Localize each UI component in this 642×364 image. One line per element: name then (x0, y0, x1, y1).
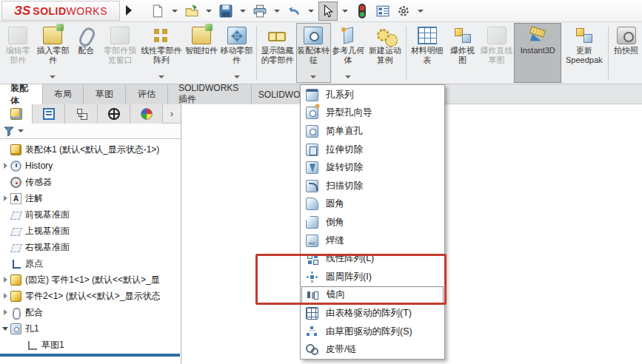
update-speedpak-button[interactable]: 更新 Speedpak (561, 23, 606, 83)
tree-item-top-plane[interactable]: 上视基准面 (0, 223, 181, 239)
new-motion-study-button[interactable]: 新建运动算例 (366, 23, 405, 83)
insert-component-button[interactable]: 插入零部件 (35, 23, 71, 83)
tree-item-part2[interactable]: 零件2<1> (默认<<默认>_显示状态 (0, 288, 181, 304)
configurationmanager-tab[interactable] (65, 104, 98, 124)
collapse-arrow[interactable] (0, 327, 10, 331)
displaymanager-tab[interactable] (130, 104, 163, 124)
tree-item-mates[interactable]: 配合 (0, 304, 181, 320)
tree-item-right-plane[interactable]: 右视基准面 (0, 239, 181, 255)
select-dropdown-arrow[interactable] (342, 10, 348, 13)
menu-item-swept-cut[interactable]: 扫描切除 (301, 177, 444, 195)
menu-item-fillet[interactable]: 圆角 (301, 195, 444, 214)
linear-pattern-dropdown-arrow[interactable] (158, 75, 164, 78)
menu-item-extruded-cut[interactable]: 拉伸切除 (301, 141, 444, 159)
expand-arrow[interactable] (0, 277, 10, 283)
smart-fasteners-button[interactable]: 智能扣件 (184, 23, 218, 83)
filter-dropdown-arrow[interactable] (18, 129, 24, 132)
featuremanager-tree-icon (10, 108, 22, 120)
panel-tab-strip: › (0, 104, 181, 124)
undo-dropdown-arrow[interactable] (308, 10, 314, 13)
menu-item-weld-bead[interactable]: 焊缝 (301, 232, 444, 250)
menu-item-simple-hole[interactable]: 简单直孔 (301, 122, 444, 141)
part-icon (10, 291, 21, 302)
solidworks-logo: ЗS SOLIDWORKS (1, 1, 120, 21)
options-dropdown-arrow[interactable] (418, 10, 424, 13)
component-preview-icon (110, 27, 130, 44)
tab-solidworks-addins[interactable]: SOLIDWORKS 插件 (168, 84, 252, 104)
tree-item-sketch1[interactable]: 草图1 (0, 337, 181, 353)
tree-item-annotations[interactable]: A 注解 (0, 190, 181, 206)
expand-arrow[interactable] (0, 293, 10, 299)
undo-icon (287, 4, 301, 18)
expand-arrow[interactable] (0, 195, 10, 201)
new-dropdown-arrow[interactable] (172, 10, 178, 13)
logo-mark: ЗS (14, 4, 30, 18)
origin-icon (10, 258, 21, 269)
featuremanager-tab[interactable] (0, 104, 33, 124)
move-component-dropdown-arrow[interactable] (234, 75, 240, 78)
tree-item-origin[interactable]: 原点 (0, 255, 181, 272)
menu-item-hole-series[interactable]: 孔系列 (301, 86, 444, 104)
rollback-bar[interactable] (0, 354, 180, 357)
plane-icon (10, 226, 21, 237)
hole-wizard-icon (306, 107, 318, 119)
new-document-button[interactable] (148, 1, 167, 21)
expand-arrow[interactable] (0, 309, 10, 315)
tab-layout[interactable]: 布局 (43, 84, 84, 104)
options-button[interactable] (394, 1, 413, 21)
annotations-icon: A (10, 193, 21, 204)
take-snapshot-button[interactable]: 拍快照 (610, 23, 642, 83)
move-component-button[interactable]: 移动零部件 (218, 23, 255, 83)
undo-button[interactable] (284, 1, 304, 21)
tree-item-hole1[interactable]: 孔1 (0, 320, 181, 337)
insert-component-dropdown-arrow[interactable] (50, 75, 56, 78)
expand-panel-chevron[interactable]: › (163, 104, 181, 123)
save-dropdown-arrow[interactable] (240, 10, 246, 13)
menu-item-hole-wizard[interactable]: 异型孔向导 (301, 104, 444, 123)
tab-assembly[interactable]: 装配体 (0, 84, 43, 104)
select-button[interactable] (318, 1, 338, 21)
menu-item-belt-chain[interactable]: 皮带/链 (301, 340, 444, 359)
mate-button[interactable]: 配合 (71, 23, 101, 83)
reference-geometry-button[interactable]: 参考几何体 (331, 23, 366, 83)
menu-item-table-driven-pattern[interactable]: 由表格驱动的阵列(T) (301, 304, 444, 323)
print-button[interactable] (250, 1, 270, 21)
assembly-features-button[interactable]: 装配体特征 (296, 23, 331, 83)
instant3d-button[interactable]: Instant3D (514, 23, 561, 83)
solidworks-window: ЗS SOLIDWORKS (0, 0, 642, 364)
bill-of-materials-button[interactable]: 材料明细表 (408, 23, 446, 83)
task-pane-button[interactable] (373, 1, 392, 21)
assembly-icon (10, 144, 21, 155)
tree-item-front-plane[interactable]: 前视基准面 (0, 206, 181, 223)
tab-sketch[interactable]: 草图 (84, 84, 126, 104)
swept-cut-icon (306, 180, 318, 192)
assembly-features-dropdown-arrow[interactable] (310, 75, 316, 78)
menu-item-chamfer[interactable]: 倒角 (301, 213, 444, 232)
tree-item-part1[interactable]: (固定) 零件1<1> (默认<<默认>_显 (0, 272, 181, 288)
edit-component-icon (8, 27, 27, 44)
tree-item-history[interactable]: History (0, 158, 181, 174)
linear-component-pattern-button[interactable]: 线性零部件阵列 (139, 23, 184, 83)
expand-arrow[interactable] (0, 163, 10, 169)
configurationmanager-icon (76, 108, 87, 120)
tree-filter-row[interactable] (0, 124, 181, 139)
ribbon-separator (608, 26, 609, 80)
new-motion-study-icon (375, 27, 395, 44)
open-button[interactable] (182, 1, 201, 21)
save-button[interactable] (216, 1, 235, 21)
open-dropdown-arrow[interactable] (206, 10, 212, 13)
extruded-cut-icon (306, 144, 318, 156)
tree-item-assembly-root[interactable]: 装配体1 (默认<默认_显示状态-1>) (0, 141, 181, 158)
menu-item-revolved-cut[interactable]: 旋转切除 (301, 158, 444, 177)
menu-flyout-arrow-icon[interactable] (126, 5, 132, 16)
menu-item-sketch-driven-pattern[interactable]: 由草图驱动的阵列(S) (301, 323, 444, 341)
exploded-view-button[interactable]: 爆炸视图 (446, 23, 479, 83)
tab-evaluate[interactable]: 评估 (126, 84, 168, 104)
print-dropdown-arrow[interactable] (274, 10, 280, 13)
propertymanager-tab[interactable] (33, 104, 65, 124)
dimxpert-tab[interactable] (98, 104, 130, 124)
reference-geometry-dropdown-arrow[interactable] (345, 75, 351, 78)
show-hidden-components-button[interactable]: 显示隐藏的零部件 (258, 23, 296, 83)
tree-item-sensors[interactable]: 传感器 (0, 174, 181, 190)
rebuild-button[interactable] (352, 1, 372, 21)
